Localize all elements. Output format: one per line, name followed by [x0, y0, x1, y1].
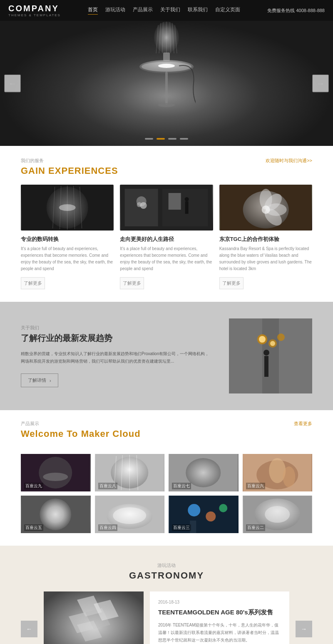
product-label-4: 百座云六	[246, 483, 265, 489]
site-header: COMPANY THEMES & TEMPLATES 首页 游玩活动 产品展示 …	[0, 0, 333, 21]
product-label-8: 百座云二	[246, 524, 265, 531]
svg-point-69	[188, 504, 200, 516]
hero-pagination	[145, 138, 188, 140]
hotline-number: 4008-888-888	[296, 8, 325, 13]
svg-point-37	[261, 205, 270, 214]
svg-point-70	[206, 511, 216, 521]
hero-next-button[interactable]: →	[312, 75, 329, 93]
about-title: 了解行业的最新发展趋势	[21, 333, 212, 344]
nav-activities[interactable]: 游玩活动	[105, 6, 125, 15]
service-card-3: 东京TGC上的合作初体验 Kassandra Bay Resort & Spa …	[219, 185, 312, 289]
events-label: 游玩活动	[21, 562, 312, 569]
event-body: 2016年 TEENTEAM迎接第十个年头，十年，意人生的花年华，值温馨！以最新…	[158, 621, 281, 644]
products-grid: 百座云九 百座云八 百座云七 百座云六 百座云五 百座云四 百座云三	[21, 454, 312, 533]
svg-rect-39	[229, 318, 262, 393]
hero-dot-4[interactable]	[180, 138, 188, 140]
event-title: TEENTEAMGOLDEN AGE 80's系列发售	[158, 608, 281, 616]
svg-rect-30	[169, 193, 181, 210]
svg-point-64	[40, 499, 71, 530]
card-lamp-1	[21, 185, 114, 231]
events-prev-btn[interactable]: ←	[21, 621, 37, 637]
service-card-3-text: Kassandra Bay Resort & Spa is perfectly …	[219, 246, 312, 272]
nav-contact[interactable]: 联系我们	[188, 6, 208, 15]
product-item-7[interactable]: 百座云三	[169, 496, 239, 533]
hero-dot-2[interactable]	[157, 138, 165, 140]
service-card-1-title: 专业的数码转换	[21, 236, 114, 243]
events-section: 游玩活动 GASTRONOMY ← 2016-18-13	[0, 546, 333, 644]
services-section: 我们的服务 GAIN EXPERIENCES 欢迎随时与我们沟通>>	[0, 146, 333, 302]
hero-dot-1[interactable]	[145, 138, 153, 140]
nav-products[interactable]: 产品展示	[133, 6, 153, 15]
product-label-7: 百座云三	[172, 524, 191, 531]
about-text-area: 关于我们 了解行业的最新发展趋势 精数业界的营建，专业技术知识人了解行业的最新发…	[21, 325, 212, 387]
svg-point-42	[259, 336, 266, 343]
event-featured-image	[44, 591, 144, 644]
main-nav: 首页 游玩活动 产品展示 关于我们 联系我们 自定义页面	[88, 6, 240, 15]
events-title: GASTRONOMY	[21, 570, 312, 581]
service-card-3-image	[219, 185, 312, 231]
about-image	[229, 318, 312, 393]
products-header: 产品展示 Welcome To Maker Cloud 查看更多	[21, 421, 312, 448]
product-item-6[interactable]: 百座云四	[95, 496, 165, 533]
nav-custom[interactable]: 自定义页面	[215, 6, 240, 15]
svg-rect-40	[279, 318, 312, 393]
events-next-btn[interactable]: →	[296, 621, 312, 637]
services-header-left: 我们的服务 GAIN EXPERIENCES	[21, 158, 118, 185]
svg-point-50	[43, 473, 68, 481]
services-header: 我们的服务 GAIN EXPERIENCES 欢迎随时与我们沟通>>	[21, 158, 312, 185]
about-detail-btn[interactable]: 了解详情 ›	[21, 373, 58, 387]
events-header: 游玩活动 GASTRONOMY	[21, 562, 312, 581]
svg-rect-25	[185, 201, 189, 214]
product-label-1: 百座云九	[24, 483, 43, 489]
svg-point-75	[265, 506, 290, 523]
hotline-label: 免费服务热线	[267, 8, 295, 13]
product-label-3: 百座云七	[172, 483, 191, 489]
product-item-3[interactable]: 百座云七	[169, 454, 239, 491]
svg-point-47	[263, 350, 269, 356]
services-label: 我们的服务	[21, 158, 118, 164]
service-card-1-btn[interactable]: 了解更多	[21, 277, 45, 289]
hotline: 免费服务热线 4008-888-888	[267, 8, 325, 14]
svg-point-13	[158, 103, 175, 107]
about-section: 关于我们 了解行业的最新发展趋势 精数业界的营建，专业技术知识人了解行业的最新发…	[0, 302, 333, 410]
about-body: 精数业界的营建，专业技术知识人了解行业的最新发展趋势和地们Proxation有限…	[21, 350, 212, 365]
product-label-5: 百座云五	[24, 524, 43, 531]
hero-lamp-image	[137, 21, 196, 129]
hero-banner: ← →	[0, 21, 333, 146]
svg-point-45	[277, 333, 285, 341]
service-card-3-btn[interactable]: 了解更多	[219, 277, 244, 289]
products-more-link[interactable]: 查看更多	[294, 421, 312, 427]
services-more-link[interactable]: 欢迎随时与我们沟通>>	[266, 158, 312, 164]
about-btn-label: 了解详情	[28, 377, 46, 383]
card-gallery-2	[120, 185, 213, 231]
service-card-2-title: 走向更美好的人生路径	[120, 236, 213, 243]
product-item-5[interactable]: 百座云五	[21, 496, 91, 533]
svg-point-67	[113, 507, 146, 524]
product-item-1[interactable]: 百座云九	[21, 454, 91, 491]
about-label: 关于我们	[21, 325, 212, 331]
service-card-1: 专业的数码转换 It's a place full of beauty and …	[21, 185, 114, 289]
service-card-2-btn[interactable]: 了解更多	[120, 277, 144, 289]
service-card-1-image	[21, 185, 114, 231]
product-item-2[interactable]: 百座云八	[95, 454, 165, 491]
svg-point-26	[185, 197, 189, 201]
hero-prev-button[interactable]: ←	[4, 75, 21, 93]
event-featured-info: 2016-18-13 TEENTEAMGOLDEN AGE 80's系列发售 2…	[150, 591, 289, 644]
hero-dot-3[interactable]	[168, 138, 176, 140]
nav-home[interactable]: 首页	[88, 6, 98, 15]
about-btn-arrow: ›	[50, 378, 51, 383]
svg-point-29	[137, 202, 142, 207]
product-item-4[interactable]: 百座云六	[243, 454, 313, 491]
product-label-2: 百座云八	[98, 483, 117, 489]
svg-rect-8	[163, 53, 170, 61]
nav-about[interactable]: 关于我们	[160, 6, 180, 15]
about-scene-image	[229, 318, 312, 393]
svg-point-11	[158, 64, 175, 68]
svg-point-71	[219, 504, 227, 512]
events-content: 2016-18-13 TEENTEAMGOLDEN AGE 80's系列发售 2…	[44, 591, 289, 644]
product-item-8[interactable]: 百座云二	[243, 496, 313, 533]
event-date: 2016-18-13	[158, 600, 281, 604]
logo-text: COMPANY	[8, 4, 61, 13]
service-card-2-image	[120, 185, 213, 231]
card-flower-lamp-3	[219, 185, 312, 231]
